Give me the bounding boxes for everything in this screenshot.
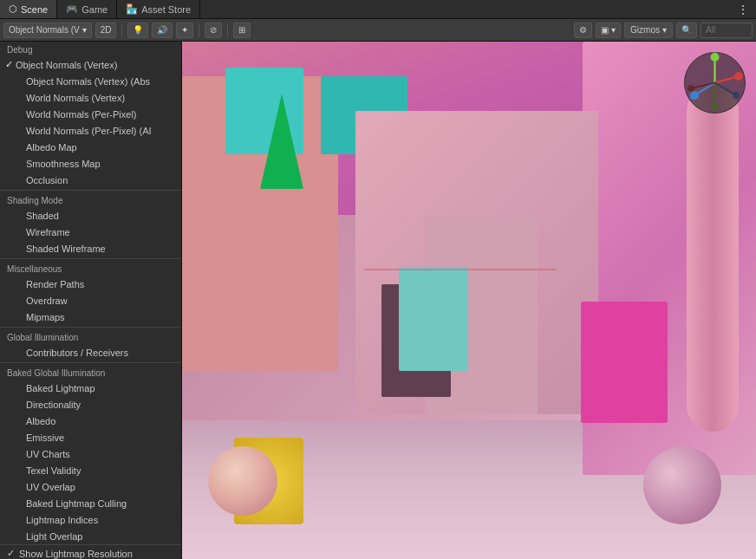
section-debug: Debug [0,42,181,56]
menu-item-label: Object Normals (Vertex) (Abs [26,76,150,87]
menu-item-label: Baked Lightmap [26,383,95,393]
asset-store-icon: 🏪 [126,3,138,15]
bottom-checkmark-icon: ✓ [7,548,19,559]
axis-gizmo: Y X Z [682,50,747,115]
toolbar: Object Normals (V ▾ 2D 💡 🔊 ✦ ⊘ ⊞ ⚙ ▣ ▾ G… [0,19,756,42]
menu-item-emissive[interactable]: Emissive [0,429,181,445]
menu-item-label: Emissive [26,432,64,443]
menu-item-world-normals-vertex[interactable]: World Normals (Vertex) [0,89,181,106]
menu-item-contributors-receivers[interactable]: Contributors / Receivers [0,344,181,361]
game-icon: 🎮 [66,3,78,15]
checkmark-icon: ✓ [5,59,16,70]
menu-item-label: Mipmaps [26,312,65,322]
3d-viewport[interactable]: Y X Z [182,42,756,559]
menu-item-label: Object Normals (Vertex) [16,60,117,70]
tab-game[interactable]: 🎮 Game [57,0,117,18]
resolution-arrow-icon: ▾ [611,25,616,35]
section-gi: Global Illumination [0,329,181,344]
menu-item-label: Smoothness Map [26,159,101,169]
toolbar-right: ⚙ ▣ ▾ Gizmos ▾ 🔍 [574,23,753,38]
scene-shelving [399,267,468,371]
main-area: Debug ✓ Object Normals (Vertex) Object N… [0,42,756,559]
menu-item-world-normals-per-pixel[interactable]: World Normals (Per-Pixel) [0,106,181,122]
scene-background: Y X Z [182,42,756,559]
sep-4 [0,362,181,363]
scene-pipe-right [687,85,739,432]
menu-item-label: Shaded Wireframe [26,244,106,254]
section-baked-gi: Baked Global Illumination [0,365,181,380]
menu-item-label: Contributors / Receivers [26,348,128,358]
menu-item-occlusion[interactable]: Occlusion [0,172,181,188]
menu-item-object-normals-vertex-abs[interactable]: Object Normals (Vertex) (Abs [0,73,181,89]
svg-point-15 [733,92,740,99]
dropdown-arrow-icon: ▾ [82,25,87,35]
scene-magenta-area [581,302,668,423]
2d-button[interactable]: 2D [95,23,117,38]
menu-item-directionality[interactable]: Directionality [0,396,181,413]
tab-asset-store[interactable]: 🏪 Asset Store [117,0,200,18]
tab-asset-store-label: Asset Store [141,4,191,15]
menu-item-shaded[interactable]: Shaded [0,207,181,224]
menu-item-baked-lightmap[interactable]: Baked Lightmap [0,380,181,396]
menu-item-uv-overlap[interactable]: UV Overlap [0,478,181,495]
view-mode-dropdown[interactable]: Object Normals (V ▾ [3,23,92,38]
toolbar-separator-2 [199,23,199,37]
menu-item-albedo[interactable]: Albedo [0,413,181,429]
menu-item-wireframe[interactable]: Wireframe [0,224,181,240]
menu-item-light-overlap[interactable]: Light Overlap [0,528,181,544]
tab-scene[interactable]: ⬡ Scene [0,0,57,18]
tab-more-button[interactable]: ⋮ [730,3,756,16]
section-shading: Shading Mode [0,192,181,207]
menu-item-label: Albedo Map [26,142,77,153]
menu-item-label: World Normals (Per-Pixel) (AI [26,126,152,136]
menu-item-shaded-wireframe[interactable]: Shaded Wireframe [0,240,181,257]
svg-point-11 [712,103,719,110]
effects-icon-button[interactable]: ✦ [176,23,193,38]
menu-item-albedo-map[interactable]: Albedo Map [0,139,181,155]
menu-item-label: Light Overlap [26,531,82,542]
view-mode-label: Object Normals (V [9,25,80,35]
menu-item-baked-lightmap-culling[interactable]: Baked Lightmap Culling [0,495,181,511]
menu-item-world-normals-per-pixel-ai[interactable]: World Normals (Per-Pixel) (AI [0,122,181,139]
menu-item-overdraw[interactable]: Overdraw [0,292,181,309]
menu-item-smoothness-map[interactable]: Smoothness Map [0,155,181,172]
menu-item-render-paths[interactable]: Render Paths [0,276,181,292]
menu-item-label: World Normals (Vertex) [26,93,125,103]
menu-item-label: World Normals (Per-Pixel) [26,109,137,120]
resolution-dropdown[interactable]: ▣ ▾ [596,23,621,38]
tab-scene-label: Scene [21,4,48,15]
menu-item-label: Occlusion [26,175,68,185]
menu-item-lightmap-indices[interactable]: Lightmap Indices [0,511,181,528]
settings-icon-button[interactable]: ⚙ [574,23,592,38]
menu-item-mipmaps[interactable]: Mipmaps [0,309,181,325]
tab-game-label: Game [81,4,108,15]
light-icon-button[interactable]: 💡 [127,23,148,38]
menu-item-label: UV Overlap [26,482,75,492]
search-input[interactable] [701,23,753,38]
grid-icon-button[interactable]: ⊞ [233,23,251,38]
tab-bar: ⬡ Scene 🎮 Game 🏪 Asset Store ⋮ [0,0,756,19]
menu-item-label: Texel Validity [26,465,81,476]
show-lightmap-resolution-item[interactable]: ✓ Show Lightmap Resolution [0,544,181,559]
scene-icon: ⬡ [9,3,17,15]
menu-item-label: UV Charts [26,449,70,459]
menu-item-texel-validity[interactable]: Texel Validity [0,462,181,478]
svg-point-13 [688,85,694,92]
scene-sphere [643,446,721,524]
toolbar-separator-1 [121,23,122,37]
resolution-label: ▣ [601,25,609,35]
audio-icon-button[interactable]: 🔊 [152,23,173,38]
menu-item-uv-charts[interactable]: UV Charts [0,445,181,462]
hide-icon-button[interactable]: ⊘ [205,23,222,38]
sep-2 [0,258,181,259]
menu-item-object-normals-vertex[interactable]: ✓ Object Normals (Vertex) [0,56,181,73]
sep-1 [0,190,181,191]
debug-menu-panel: Debug ✓ Object Normals (Vertex) Object N… [0,42,182,559]
gizmo-svg: Y X Z [682,50,747,115]
menu-item-label: Directionality [26,400,81,410]
menu-item-label: Wireframe [26,227,70,237]
gizmos-dropdown[interactable]: Gizmos ▾ [624,23,673,38]
search-icon-btn[interactable]: 🔍 [676,23,697,38]
scene-guide-line [364,269,557,270]
menu-item-label: Albedo [26,416,55,426]
